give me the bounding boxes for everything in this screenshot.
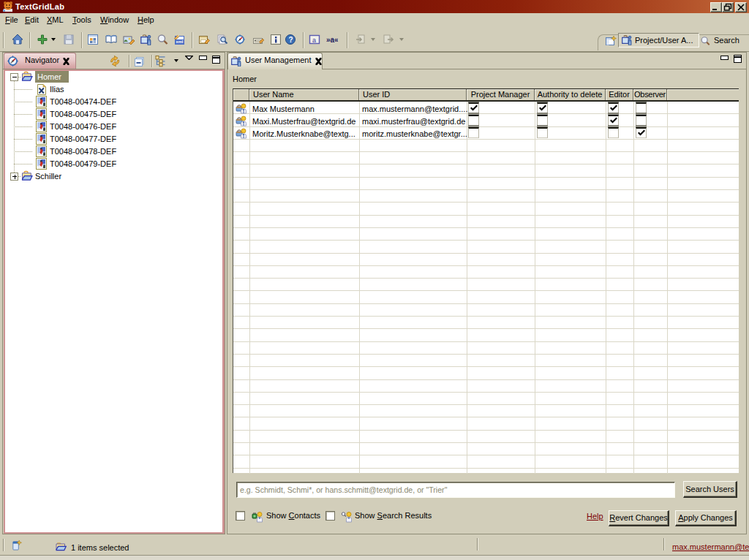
- svg-text:»a«: »a«: [326, 36, 338, 44]
- svg-text:xml: xml: [176, 39, 184, 44]
- svg-text:?: ?: [288, 36, 293, 44]
- svg-text:a: a: [312, 37, 316, 44]
